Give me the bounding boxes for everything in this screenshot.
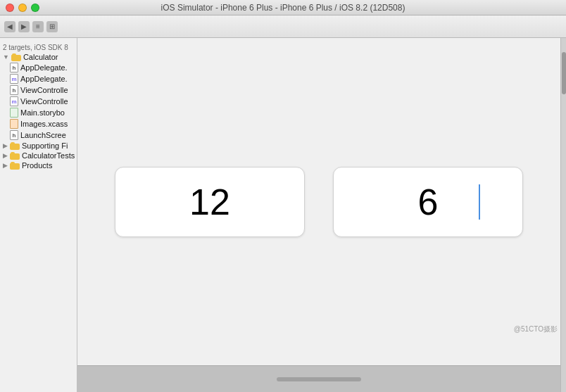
sidebar-label: Products <box>22 161 52 170</box>
simulator-area: 12 6 @51CTO摄影 <box>77 38 560 392</box>
file-icon-m: m <box>10 74 18 84</box>
sidebar-label: ViewControlle <box>20 97 68 106</box>
file-icon-m2: m <box>10 96 18 106</box>
watermark: @51CTO摄影 <box>514 324 558 334</box>
back-icon[interactable]: ◀ <box>4 21 15 32</box>
file-icon-h2: h <box>10 85 18 95</box>
folder-icon <box>11 53 21 61</box>
nav-icon-3[interactable]: ≡ <box>32 21 44 32</box>
simulator-bottom-bar <box>77 365 560 392</box>
sidebar-item-appdelegate-h[interactable]: h AppDelegate. <box>0 62 77 73</box>
textfield-2[interactable]: 6 <box>333 167 523 237</box>
folder-icon3 <box>10 152 20 160</box>
sidebar-label: LaunchScree <box>20 131 66 139</box>
forward-icon[interactable]: ▶ <box>18 21 30 32</box>
sidebar-label: Main.storybo <box>20 108 65 117</box>
sidebar-item-calculator[interactable]: ▼ Calculator <box>0 52 77 62</box>
xcassets-icon <box>10 119 18 129</box>
toolbar: ◀ ▶ ≡ ⊞ <box>0 15 566 38</box>
disclosure-icon4: ▶ <box>3 162 8 169</box>
right-scrollbar[interactable] <box>560 38 566 392</box>
sidebar-label: Supporting Fi <box>22 141 68 150</box>
window-controls[interactable] <box>6 4 39 12</box>
sidebar-label: CalculatorTests <box>22 151 75 160</box>
sidebar-item-products[interactable]: ▶ Products <box>0 160 77 170</box>
maximize-button[interactable] <box>31 4 39 12</box>
sidebar-item-viewcontroller-h[interactable]: h ViewControlle <box>0 84 77 96</box>
scroll-indicator <box>277 377 361 381</box>
storyboard-icon <box>10 108 18 118</box>
file-icon-h: h <box>10 63 18 72</box>
sidebar-label: Calculator <box>23 53 58 61</box>
sidebar-label: AppDelegate. <box>20 75 68 83</box>
sidebar-item-launchscreen[interactable]: h LaunchScree <box>0 129 77 141</box>
textfield-1[interactable]: 12 <box>115 167 305 237</box>
minimize-button[interactable] <box>18 4 27 12</box>
sidebar-item-viewcontroller-m[interactable]: m ViewControlle <box>0 96 77 107</box>
sidebar-label: AppDelegate. <box>20 63 68 72</box>
folder-icon4 <box>10 162 20 170</box>
disclosure-icon: ▼ <box>3 53 9 61</box>
project-label: 2 targets, iOS SDK 8 <box>0 41 77 52</box>
titlebar: iOS Simulator - iPhone 6 Plus - iPhone 6… <box>0 0 566 15</box>
textfield-1-value: 12 <box>189 181 230 223</box>
sidebar-item-xcassets[interactable]: Images.xcass <box>0 118 77 129</box>
disclosure-icon3: ▶ <box>3 152 8 159</box>
file-icon-launch: h <box>10 130 18 140</box>
sidebar-item-appdelegate-m[interactable]: m AppDelegate. <box>0 73 77 84</box>
ios-screen: 12 6 @51CTO摄影 <box>77 38 560 365</box>
ios-content: 12 6 <box>77 38 560 365</box>
window-title: iOS Simulator - iPhone 6 Plus - iPhone 6… <box>161 3 405 13</box>
close-button[interactable] <box>6 4 14 12</box>
nav-icon-4[interactable]: ⊞ <box>46 21 58 32</box>
textfield-2-value: 6 <box>418 181 439 223</box>
disclosure-icon2: ▶ <box>3 142 8 149</box>
sidebar: 2 targets, iOS SDK 8 ▼ Calculator h AppD… <box>0 38 77 392</box>
sidebar-item-storyboard[interactable]: Main.storybo <box>0 107 77 118</box>
sidebar-label: ViewControlle <box>20 86 68 94</box>
folder-icon2 <box>10 142 20 150</box>
sidebar-item-calculatortests[interactable]: ▶ CalculatorTests <box>0 151 77 160</box>
main-area: 2 targets, iOS SDK 8 ▼ Calculator h AppD… <box>0 38 566 392</box>
scrollbar-thumb[interactable] <box>562 52 566 94</box>
sidebar-item-supporting[interactable]: ▶ Supporting Fi <box>0 141 77 151</box>
sidebar-label: Images.xcass <box>20 120 68 128</box>
